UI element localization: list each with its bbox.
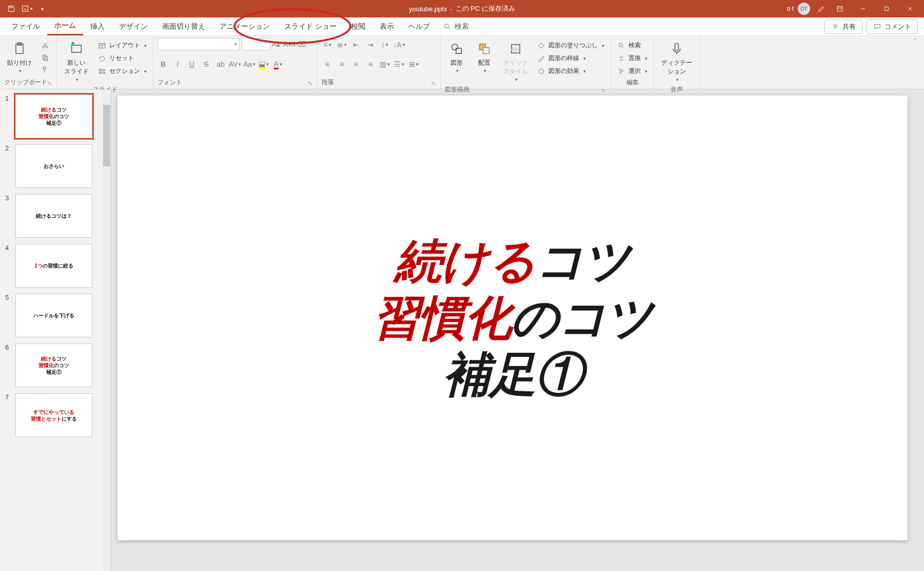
line-spacing-button[interactable]: ↕▾ xyxy=(379,39,390,50)
svg-point-24 xyxy=(452,44,458,50)
thumbnail-scrollbar[interactable] xyxy=(103,89,111,571)
group-drawing: 図形▾ 配置▾ Abc クイック スタイル▾ 図形の塗りつぶし▾ 図形の枠線▾ … xyxy=(441,36,611,89)
shape-outline-button[interactable]: 図形の枠線▾ xyxy=(535,53,606,64)
thumbnail-row[interactable]: 41つの習慣に絞る xyxy=(0,239,111,289)
tab-insert[interactable]: 挿入 xyxy=(83,17,112,35)
thumbnail[interactable]: ハードルを下げる xyxy=(15,294,92,337)
thumbnail-row[interactable]: 2おさらい xyxy=(0,139,111,189)
thumbnail[interactable]: すでにやっている習慣とセットにする xyxy=(15,393,92,437)
highlight-button[interactable]: ⬓▾ xyxy=(258,59,269,70)
thumbnail-number: 6 xyxy=(5,344,12,387)
collapse-ribbon-icon[interactable]: ˄ xyxy=(914,38,922,46)
bold-button[interactable]: B xyxy=(158,59,169,70)
thumbnail[interactable]: 続けるコツは？ xyxy=(15,194,92,238)
minimize-button[interactable] xyxy=(851,0,875,17)
numbering-button[interactable]: ≣▾ xyxy=(336,39,347,50)
autosave-icon[interactable] xyxy=(4,2,18,16)
strike-button[interactable]: S xyxy=(201,59,212,70)
thumbnail[interactable]: 続けるコツ習慣化のコツ補足① xyxy=(15,94,92,138)
comment-icon xyxy=(873,23,881,31)
shapes-button[interactable]: 図形▾ xyxy=(445,38,468,75)
select-button[interactable]: 選択▾ xyxy=(615,66,650,77)
thumbnail-row[interactable]: 7すでにやっている習慣とセットにする xyxy=(0,388,111,438)
increase-font-icon[interactable]: A▴ xyxy=(270,39,282,50)
ribbon-tabs: ファイル ホーム 挿入 デザイン 画面切り替え アニメーション スライド ショー… xyxy=(0,17,924,36)
replace-button[interactable]: 置換▾ xyxy=(615,53,650,64)
thumbnail-row[interactable]: 3続けるコツは？ xyxy=(0,189,111,239)
font-launcher-icon[interactable]: ⤡ xyxy=(308,80,313,86)
indent-inc-button[interactable]: ⇥ xyxy=(365,39,376,50)
tab-review[interactable]: 校閲 xyxy=(344,17,372,35)
tab-file[interactable]: ファイル xyxy=(4,17,47,35)
thumbnail-row[interactable]: 5ハードルを下げる xyxy=(0,289,111,338)
tab-view[interactable]: 表示 xyxy=(372,17,401,35)
paragraph-launcher-icon[interactable]: ⤡ xyxy=(431,80,436,86)
filename-text: youtube.pptx xyxy=(409,5,447,13)
align-right-button[interactable]: ≡ xyxy=(350,59,362,70)
quick-styles-button[interactable]: Abc クイック スタイル▾ xyxy=(500,38,531,84)
shadow-button[interactable]: ab xyxy=(215,59,226,70)
svg-rect-0 xyxy=(10,6,12,8)
user-avatar[interactable]: OT xyxy=(798,3,810,15)
tab-design[interactable]: デザイン xyxy=(112,17,155,35)
change-case-button[interactable]: Aa▾ xyxy=(244,59,255,70)
tab-animations[interactable]: アニメーション xyxy=(212,17,277,35)
underline-button[interactable]: U xyxy=(186,59,198,70)
shape-fill-button[interactable]: 図形の塗りつぶし▾ xyxy=(535,40,606,51)
cut-button[interactable] xyxy=(39,40,51,50)
copy-button[interactable] xyxy=(39,52,51,63)
slide-canvas[interactable]: 続けるコツ 習慣化のコツ 補足① xyxy=(117,96,908,540)
justify-button[interactable]: ≡ xyxy=(365,59,376,70)
arrange-button[interactable]: 配置▾ xyxy=(473,38,496,75)
bullets-button[interactable]: ≡▾ xyxy=(322,39,333,50)
clipboard-launcher-icon[interactable]: ⤡ xyxy=(47,80,52,86)
tell-me-search[interactable]: 検索 xyxy=(437,17,475,35)
align-text-button[interactable]: ☰▾ xyxy=(394,59,405,70)
user-name: o t xyxy=(787,5,794,12)
section-button[interactable]: セクション▾ xyxy=(96,66,149,77)
paste-button[interactable]: 貼り付け ▾ xyxy=(4,38,35,75)
scrollbar-handle[interactable] xyxy=(103,105,110,166)
close-button[interactable] xyxy=(898,0,922,17)
align-left-button[interactable]: ≡ xyxy=(322,59,333,70)
dictation-button[interactable]: ディクテー ション▾ xyxy=(658,38,695,84)
font-name-combo[interactable]: ▾ xyxy=(158,38,240,50)
maximize-button[interactable] xyxy=(875,0,898,17)
layout-button[interactable]: レイアウト▾ xyxy=(96,40,149,51)
char-spacing-button[interactable]: AV▾ xyxy=(229,59,241,70)
tab-transitions[interactable]: 画面切り替え xyxy=(155,17,212,35)
italic-button[interactable]: I xyxy=(172,59,183,70)
tab-home[interactable]: ホーム xyxy=(47,17,83,35)
shape-effects-button[interactable]: 図形の効果▾ xyxy=(535,66,606,77)
ribbon-options-icon[interactable] xyxy=(833,2,847,16)
svg-point-8 xyxy=(445,24,449,28)
comments-button[interactable]: コメント xyxy=(867,20,918,34)
thumbnail[interactable]: 1つの習慣に絞る xyxy=(15,244,92,288)
font-size-combo[interactable] xyxy=(242,38,270,50)
text-direction-button[interactable]: ↓A▾ xyxy=(394,39,405,50)
slide-thumbnail-panel[interactable]: 1続けるコツ習慣化のコツ補足①2おさらい3続けるコツは？41つの習慣に絞る5ハー… xyxy=(0,89,111,571)
align-center-button[interactable]: ≡ xyxy=(336,59,347,70)
smartart-button[interactable]: ⊞▾ xyxy=(408,59,419,70)
document-title: youtube.pptx - この PC に保存済み xyxy=(409,4,515,13)
save-icon[interactable]: A▾ xyxy=(19,2,34,16)
indent-dec-button[interactable]: ⇤ xyxy=(350,39,362,50)
tab-help[interactable]: ヘルプ xyxy=(401,17,437,35)
reset-button[interactable]: リセット xyxy=(96,53,149,64)
find-button[interactable]: 検索 xyxy=(615,40,650,51)
tab-slideshow[interactable]: スライド ショー xyxy=(277,17,344,35)
new-slide-button[interactable]: 新しい スライド ▾ xyxy=(61,38,92,84)
clear-format-icon[interactable]: A⌫ xyxy=(293,39,304,50)
font-color-button[interactable]: A▾ xyxy=(272,59,284,70)
share-button[interactable]: 共有 xyxy=(824,20,862,34)
slide-l1-b: コツ xyxy=(536,235,630,287)
thumbnail-row[interactable]: 1続けるコツ習慣化のコツ補足① xyxy=(0,89,111,139)
thumbnail[interactable]: おさらい xyxy=(15,144,92,188)
pen-icon[interactable] xyxy=(814,2,829,16)
columns-button[interactable]: ▥▾ xyxy=(379,59,390,70)
group-paragraph: ≡▾ ≣▾ ⇤ ⇥ ↕▾ ↓A▾ ≡ ≡ ≡ ≡ ▥▾ ☰▾ ⊞▾ 段落⤡ xyxy=(318,36,441,89)
thumbnail-row[interactable]: 6続けるコツ習慣化のコツ補足① xyxy=(0,338,111,388)
format-painter-button[interactable] xyxy=(39,65,51,75)
qat-customize-icon[interactable]: ▾ xyxy=(35,2,49,16)
thumbnail[interactable]: 続けるコツ習慣化のコツ補足① xyxy=(15,344,92,387)
